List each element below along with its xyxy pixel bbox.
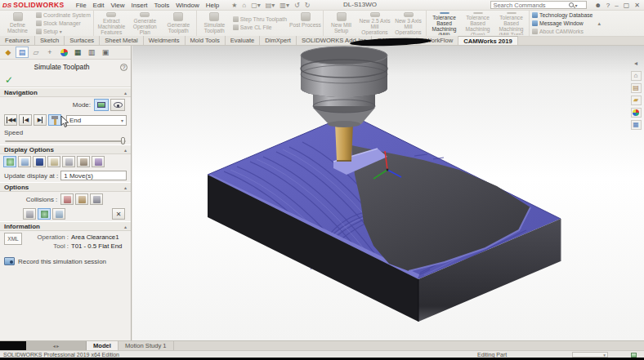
step-forward-button[interactable]: ▶ <box>34 114 47 126</box>
graphics-area[interactable]: ◂ ⌂ ▤ ▰ ▦ <box>132 46 644 340</box>
camworks-feature-tree-tab[interactable]: ◆ <box>2 47 15 58</box>
configuration-tab[interactable]: ▱ <box>29 47 42 58</box>
help-icon[interactable]: ? <box>606 2 610 9</box>
go-to-start-button[interactable]: ◀◀ <box>4 114 17 126</box>
ribbon-tbm-turn-button[interactable]: Tolerance Based Machining (Turn) <box>461 11 494 35</box>
camworks-machine-tab[interactable]: ▣ <box>99 47 112 58</box>
ribbon-new-mill-setup-button[interactable]: New Mill Setup <box>324 11 358 35</box>
display-options-header[interactable]: Display Options <box>4 146 124 153</box>
menu-edit[interactable]: Edit <box>93 2 105 9</box>
holder-collision-button[interactable] <box>75 193 88 205</box>
collapse-icon[interactable]: ▴ <box>124 147 127 153</box>
search-icon[interactable] <box>568 2 575 8</box>
search-input[interactable] <box>493 2 568 9</box>
menu-window[interactable]: Window <box>176 2 199 9</box>
property-manager-tab[interactable]: ▤ <box>16 47 29 58</box>
collapse-icon[interactable]: ▴ <box>124 224 127 229</box>
menu-file[interactable]: File <box>76 2 87 9</box>
menu-insert[interactable]: Insert <box>132 2 148 9</box>
show-toolpath-button[interactable] <box>33 156 46 167</box>
search-box[interactable]: ▾ <box>490 1 587 9</box>
user-icon[interactable]: ☻ <box>594 2 601 9</box>
turbo-mode-button[interactable] <box>110 99 125 111</box>
message-window-button[interactable]: Message Window <box>532 20 593 28</box>
collapse-icon[interactable]: ▴ <box>124 184 127 190</box>
tab-sheet-metal[interactable]: Sheet Metal <box>100 36 144 45</box>
open-icon[interactable]: ▤▾ <box>266 2 275 9</box>
update-display-field[interactable]: 1 Move(s) <box>60 171 127 180</box>
slider-knob[interactable] <box>121 137 125 144</box>
simulation-mode-button[interactable] <box>23 208 36 220</box>
pin-icon[interactable]: ★ <box>231 2 237 9</box>
collapse-icon[interactable]: ▴ <box>124 90 127 96</box>
menu-help[interactable]: Help <box>206 2 219 9</box>
speed-slider[interactable] <box>5 136 126 144</box>
file-explorer-icon[interactable]: ▰ <box>631 96 642 105</box>
tag-icon[interactable] <box>631 353 637 358</box>
minimize-button[interactable]: – <box>615 2 618 9</box>
run-button[interactable] <box>48 114 61 126</box>
record-icon[interactable] <box>4 257 15 265</box>
motion-study-tab[interactable]: Motion Study 1 <box>119 341 174 350</box>
ribbon-collapse-icon[interactable]: ▴ <box>595 11 603 36</box>
simulation-end-dropdown[interactable]: End ▾ <box>66 115 127 126</box>
task-pane-expand-icon[interactable]: ◂ <box>631 59 642 69</box>
end-simulation-button[interactable]: ✕ <box>112 208 125 220</box>
tab-sketch[interactable]: Sketch <box>35 36 65 45</box>
help-icon[interactable]: ? <box>120 64 127 71</box>
menu-view[interactable]: View <box>110 2 124 9</box>
dimxpert-manager-tab[interactable]: + <box>43 47 56 58</box>
rebuild-icon[interactable]: ↻ <box>305 2 311 9</box>
units-dropdown[interactable]: ▾ <box>572 352 608 358</box>
ribbon-define-machine-button[interactable]: Define Machine <box>1 11 34 35</box>
save-icon[interactable]: ▥▾ <box>280 2 289 9</box>
tool-mode-button[interactable] <box>94 99 109 111</box>
ribbon-save-cl-file-button[interactable]: Save CL File <box>233 24 287 32</box>
tab-features[interactable]: Features <box>0 36 35 45</box>
custom-properties-icon[interactable]: ▦ <box>631 120 642 130</box>
record-session-label[interactable]: Record this simulation session <box>18 258 106 265</box>
ribbon-tbm-millturn-button[interactable]: Tolerance Based Machining (Mill-Turn) <box>494 11 528 35</box>
ribbon-tbm-mill-button[interactable]: Tolerance Based Machining (Mill) <box>427 11 461 35</box>
show-difference-button[interactable] <box>38 208 51 220</box>
options-header[interactable]: Options <box>4 184 124 191</box>
show-holder-button[interactable] <box>18 156 31 167</box>
tab-surfaces[interactable]: Surfaces <box>65 36 100 45</box>
restore-button[interactable]: ▢ <box>624 2 630 9</box>
close-button[interactable]: ✕ <box>634 2 640 9</box>
navigation-header[interactable]: Navigation <box>4 89 124 96</box>
stock-display-button[interactable] <box>47 156 60 167</box>
ribbon-new-25axis-operations-button[interactable]: New 2.5 Axis Mill Operations <box>358 11 391 35</box>
about-camworks-button[interactable]: About CAMWorks <box>532 27 593 35</box>
shank-collision-button[interactable] <box>90 193 103 205</box>
step-back-button[interactable]: ◀ <box>19 114 32 126</box>
home-icon[interactable]: ⌂ <box>242 2 246 9</box>
ribbon-step-thru-toolpath-button[interactable]: Step Thru Toolpath <box>233 16 287 24</box>
ribbon-simulate-toolpath-button[interactable]: Simulate Toolpath <box>198 11 231 35</box>
tool-collision-button[interactable] <box>60 193 74 205</box>
fixture-display-button[interactable] <box>77 156 90 167</box>
appearances-tab[interactable] <box>57 47 70 58</box>
camworks-tools-tree-tab[interactable]: ▥ <box>85 47 98 58</box>
tab-evaluate[interactable]: Evaluate <box>226 36 261 45</box>
ok-button[interactable]: ✓ <box>5 74 13 86</box>
ribbon-new-3axis-operations-button[interactable]: New 3 Axis Mill Operations <box>391 11 425 35</box>
tool-info-button[interactable]: XML <box>4 233 22 245</box>
section-view-button[interactable] <box>92 156 105 167</box>
tab-camworks-2019[interactable]: CAMWorks 2019 <box>458 36 517 45</box>
tab-dimxpert[interactable]: DimXpert <box>260 36 297 45</box>
tab-scroll-control[interactable]: ◂ ▸ <box>26 341 87 350</box>
target-part-button[interactable] <box>62 156 75 167</box>
show-tool-button[interactable] <box>3 156 16 167</box>
undo-icon[interactable]: ↺ <box>294 2 300 9</box>
ribbon-post-process-button[interactable]: Post Process <box>288 11 322 35</box>
model-tab[interactable]: Model <box>87 341 119 350</box>
solidworks-resources-icon[interactable]: ⌂ <box>631 71 642 81</box>
ribbon-setup-button[interactable]: Setup ▾ <box>36 27 91 35</box>
design-library-icon[interactable]: ▤ <box>631 83 642 93</box>
ribbon-extract-machinable-features-button[interactable]: Extract Machinable Features <box>95 11 128 35</box>
pause-on-collision-button[interactable] <box>52 208 65 220</box>
ribbon-stock-manager-button[interactable]: Stock Manager <box>36 20 91 28</box>
information-header[interactable]: Information <box>4 223 124 230</box>
menu-tools[interactable]: Tools <box>154 2 170 9</box>
